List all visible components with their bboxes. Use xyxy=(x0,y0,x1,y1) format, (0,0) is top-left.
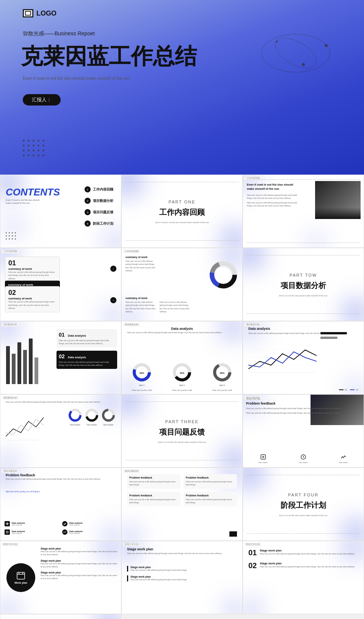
part-two-content: PART TOW 项目数据分析 Even it is not flst slso… xyxy=(279,272,327,296)
pie-2: 40% label 2 xyxy=(173,363,191,386)
progress-bars xyxy=(320,332,358,339)
icon-boxes: Data analysis Data analysis Data analysi… xyxy=(4,521,117,535)
svg-text:40%: 40% xyxy=(180,372,185,374)
prob-item-1: Problem feedback How can you be a life w… xyxy=(127,474,180,489)
svg-rect-12 xyxy=(6,346,10,384)
prob-item-2: Problem feedback How can you be a life w… xyxy=(184,474,237,489)
slide-data-pie: 项目数据分析 Data analysis How can you be a li… xyxy=(121,321,243,394)
arrow-1: › xyxy=(110,266,116,272)
svg-rect-13 xyxy=(12,354,16,384)
data-items: 01 Data analysis How can you be a life w… xyxy=(56,329,117,369)
slide-summary-work: 工作内容回顾 01 summary of work How can you be… xyxy=(0,248,121,321)
pie-1: 56% label 1 xyxy=(132,363,151,386)
orbit-decoration xyxy=(258,23,334,83)
slide-stage-circle: 阶段工作计划 Work plan Stage work plan How can… xyxy=(0,541,121,614)
workplan-circle: Work plan xyxy=(6,563,35,592)
logo-area: LOGO xyxy=(23,9,56,17)
summary-item-1: 01 summary of work How can you be a life… xyxy=(5,257,60,283)
slide-data-linechart: 项目数据分析 Data analysis How can you be a li… xyxy=(243,321,364,394)
svg-point-5 xyxy=(302,63,305,66)
slide-part-four: PART FOUR 阶段工作计划 Even it is not flst sls… xyxy=(243,468,364,541)
svg-rect-14 xyxy=(17,342,21,384)
slide-part-one: PART ONE 工作内容回顾 Even if road is not flst… xyxy=(121,175,243,248)
data-item-2: 02 Data analysis How can you be a life w… xyxy=(56,351,117,369)
slide-part-three: PART THREE 项目问题反馈 Even it is not flst sl… xyxy=(121,394,243,468)
reporter-label: 汇报人： xyxy=(23,94,61,106)
part-one-title: 工作内容回顾 xyxy=(155,207,209,217)
svg-point-2 xyxy=(262,34,330,72)
svg-point-37 xyxy=(71,411,79,419)
donut-chart xyxy=(208,260,238,291)
bar-chart xyxy=(4,331,42,386)
hero-slide: LOGO 弥散光感——Business Repoet 克莱因蓝工作总结 Even… xyxy=(0,0,364,175)
part-four-content: PART FOUR 阶段工作计划 Even it is not flst sls… xyxy=(279,492,327,516)
data-item-1: 01 Data analysis How can you be a life w… xyxy=(56,329,117,348)
mixed-linechart xyxy=(6,410,44,440)
prob-items-grid: Problem feedback How can you be a life w… xyxy=(127,474,237,506)
contents-sub: Even if road is not flst slso should mak… xyxy=(6,198,44,205)
slide-contents: CONTENTS Even if road is not flst slso s… xyxy=(0,175,121,248)
slide-work-review-img: 工作内容回顾 Even if road is not flst slso sho… xyxy=(243,175,364,248)
svg-point-3 xyxy=(270,32,321,74)
dots-decoration xyxy=(23,140,44,159)
hero-tagline: Even if road is not flst slso should mak… xyxy=(23,76,130,80)
part-one-sub: Even if road is not flst slso should mak… xyxy=(155,221,209,223)
review-quote: Even if road is not flst slso should mak… xyxy=(247,183,300,191)
slide-problem-img: 项目问题反馈 Identify your logo Problem feedba… xyxy=(243,394,364,468)
review-text: Even if road is not flst slso should mak… xyxy=(247,183,300,208)
hero-main-title: 克莱因蓝工作总结 xyxy=(21,42,197,71)
svg-point-4 xyxy=(325,44,328,47)
pie-3: 68% label 3 xyxy=(213,363,232,386)
contents-item-1: 1 工作内容回顾 xyxy=(85,186,113,192)
slide-work-cols: 工作内容回顾 summary of work How can you be a … xyxy=(121,248,243,321)
slide-problem-text: 项目问题反馈 Problem feedback How can you be a… xyxy=(0,468,121,541)
slides-grid: CONTENTS Even if road is not flst slso s… xyxy=(0,175,364,619)
pie-subtexts: How can you be a life How can you be a l… xyxy=(122,389,242,392)
slide-data-bars: 项目数据分析 01 Data analysis How can you be a… xyxy=(0,321,121,394)
review-image xyxy=(315,181,361,219)
svg-rect-15 xyxy=(23,350,27,384)
pie-row: 56% label 1 40% label 2 68% xyxy=(122,363,242,386)
summary-item-2: 02 summary of work How can you be a life… xyxy=(5,286,60,312)
slide-data-mixed: 项目数据分析 How can you be a life without goi… xyxy=(0,394,121,468)
svg-rect-16 xyxy=(29,339,33,384)
slide-stage-text: 阶段工作计划 Stage work plan How can you be a … xyxy=(121,541,243,614)
bottom-divider xyxy=(126,240,238,241)
part-one-content: PART ONE 工作内容回顾 Even if road is not flst… xyxy=(155,199,209,223)
mixed-pies: Data analysis Data analysis Data analysi… xyxy=(68,408,116,426)
contents-item-3: 3 项目问题反馈 xyxy=(85,209,113,215)
numbered-items: 01 Stage work plan How can you be a life… xyxy=(248,549,358,569)
contents-items: 1 工作内容回顾 2 项目数据分析 3 项目问题反馈 4 阶段工作计划 xyxy=(85,186,113,227)
svg-point-11 xyxy=(216,267,231,282)
svg-point-43 xyxy=(105,411,112,419)
legend: XX XX xyxy=(339,389,358,391)
svg-rect-1 xyxy=(26,12,30,15)
logo-text: LOGO xyxy=(36,9,56,17)
prob-item-4: Problem feedback How can you be a life w… xyxy=(184,492,237,507)
svg-point-50 xyxy=(7,532,8,532)
part-three-content: PART THREE 项目问题反馈 Even it is not flst sl… xyxy=(158,419,206,443)
contents-item-4: 4 阶段工作计划 xyxy=(85,221,113,227)
slide-part-two: PART TOW 项目数据分析 Even it is not flst slso… xyxy=(243,248,364,321)
slide-stage-numbered: 阶段工作计划 01 Stage work plan How can you be… xyxy=(243,541,364,614)
prob-item-3: Problem feedback How can you be a life w… xyxy=(127,492,180,507)
svg-rect-17 xyxy=(35,358,38,384)
arrow-2: › xyxy=(110,297,116,303)
svg-point-40 xyxy=(88,411,96,419)
svg-point-6 xyxy=(276,41,278,43)
logo-icon xyxy=(23,9,33,17)
work-col-2: summary of work How can you be a life wi… xyxy=(126,297,156,313)
contents-item-2: 2 项目数据分析 xyxy=(85,198,113,204)
problem-icons-row: Data analysis Data analysis Data analysi… xyxy=(243,454,364,463)
stage-items: Stage work plan How can you be a life wi… xyxy=(41,547,117,580)
svg-text:68%: 68% xyxy=(220,372,225,374)
hero-subtitle: 弥散光感——Business Repoet xyxy=(23,30,95,37)
problem-title: Problem feedback xyxy=(246,402,307,405)
part-one-label: PART ONE xyxy=(155,199,209,204)
top-divider xyxy=(126,182,238,182)
svg-text:56%: 56% xyxy=(140,372,144,374)
svg-rect-52 xyxy=(17,572,25,579)
stage-text-items: Stage work plan How can you be a life wi… xyxy=(127,566,237,581)
line-chart xyxy=(248,342,317,373)
slide-thankyou: THANK YOU xyxy=(0,614,121,619)
